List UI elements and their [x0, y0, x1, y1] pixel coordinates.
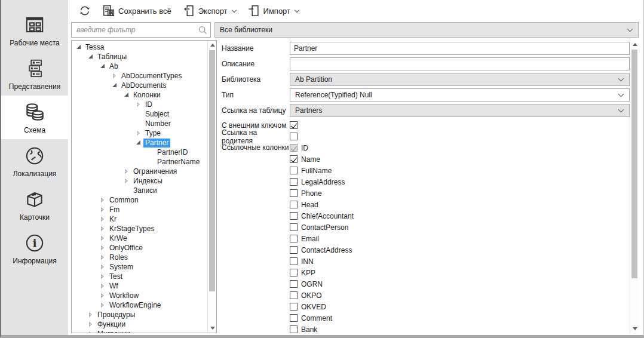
- tree-expander-icon[interactable]: [87, 53, 94, 60]
- checkbox[interactable]: [290, 167, 298, 174]
- parent-ref-checkbox[interactable]: [290, 133, 298, 140]
- tree-expander-icon[interactable]: [135, 130, 142, 137]
- ref-column-option[interactable]: Phone: [290, 188, 630, 199]
- tree-expander-icon[interactable]: [99, 273, 106, 280]
- tree-expander-icon[interactable]: [99, 263, 106, 271]
- library-selector[interactable]: Все библиотеки: [214, 22, 639, 38]
- name-input[interactable]: [290, 42, 630, 55]
- tree-item[interactable]: Колонки: [72, 90, 207, 100]
- export-button[interactable]: Экспорт: [177, 2, 241, 20]
- tree-item[interactable]: Workflow: [72, 291, 207, 300]
- tree-expander-icon[interactable]: [87, 311, 94, 318]
- ref-column-option[interactable]: Name: [290, 153, 630, 165]
- tree-expander-icon[interactable]: [135, 139, 142, 146]
- ref-column-option[interactable]: Head: [290, 199, 630, 210]
- scroll-down-icon[interactable]: [208, 324, 216, 333]
- tree-item[interactable]: Таблицы: [72, 52, 207, 62]
- checkbox[interactable]: [290, 144, 298, 152]
- tree-expander-icon[interactable]: [99, 282, 106, 290]
- tree-expander-icon[interactable]: [87, 330, 94, 333]
- checkbox[interactable]: [290, 212, 298, 220]
- checkbox[interactable]: [290, 201, 298, 208]
- ref-column-option[interactable]: KPP: [290, 267, 630, 278]
- tree-expander-icon[interactable]: [99, 244, 106, 251]
- tree-expander-icon[interactable]: [99, 206, 106, 213]
- tree-item[interactable]: Tessa: [72, 42, 207, 52]
- tree-item[interactable]: Test: [72, 272, 207, 281]
- ref-column-option[interactable]: FullName: [290, 165, 630, 176]
- filter-input[interactable]: [76, 26, 198, 34]
- tree-item[interactable]: Миграции: [72, 329, 207, 333]
- tree-item[interactable]: Wf: [72, 281, 207, 291]
- tree-expander-icon[interactable]: [99, 302, 106, 309]
- ref-column-option[interactable]: ID: [290, 142, 630, 153]
- ref-column-option[interactable]: OKVED: [290, 301, 630, 312]
- scrollbar-track[interactable]: [208, 50, 216, 324]
- tree-expander-icon[interactable]: [123, 91, 130, 99]
- tree-item[interactable]: PartnerID: [72, 148, 207, 157]
- scrollbar-thumb[interactable]: [209, 50, 215, 291]
- sidebar-item-information[interactable]: i Информация: [1, 226, 68, 270]
- ref-column-option[interactable]: ChiefAccountant: [290, 210, 630, 222]
- tree-expander-icon[interactable]: [99, 235, 106, 242]
- tree-item[interactable]: PartnerName: [72, 157, 207, 167]
- sidebar-item-localization[interactable]: Локализация: [1, 139, 68, 183]
- tree-expander-icon[interactable]: [147, 158, 154, 165]
- tree-expander-icon[interactable]: [99, 292, 106, 299]
- sidebar-item-views[interactable]: Представления: [1, 52, 68, 96]
- scroll-down-icon[interactable]: [630, 324, 639, 333]
- checkbox[interactable]: [290, 235, 298, 242]
- tree-item[interactable]: KrStageTypes: [72, 224, 207, 233]
- tree-item[interactable]: Записи: [72, 186, 207, 195]
- ref-column-option[interactable]: INN: [290, 256, 630, 267]
- tree-expander-icon[interactable]: [99, 63, 106, 70]
- tree-expander-icon[interactable]: [111, 72, 118, 79]
- checkbox[interactable]: [290, 291, 298, 299]
- checkbox[interactable]: [290, 303, 298, 311]
- sidebar-item-schema[interactable]: Схема: [1, 96, 68, 139]
- tree-expander-icon[interactable]: [99, 254, 106, 261]
- tree-item[interactable]: Partner: [72, 138, 207, 148]
- tree-item[interactable]: Kr: [72, 214, 207, 224]
- ref-table-select[interactable]: Partners: [290, 104, 630, 117]
- tree-expander-icon[interactable]: [135, 101, 142, 108]
- checkbox[interactable]: [290, 223, 298, 231]
- tree-expander-icon[interactable]: [99, 196, 106, 204]
- tree-expander-icon[interactable]: [75, 44, 82, 51]
- checkbox[interactable]: [290, 189, 298, 197]
- tree-expander-icon[interactable]: [123, 187, 130, 194]
- tree-item[interactable]: AbDocumentTypes: [72, 71, 207, 81]
- ref-column-option[interactable]: Email: [290, 233, 630, 244]
- ref-column-option[interactable]: ContactPerson: [290, 222, 630, 233]
- save-all-button[interactable]: Сохранить всё: [97, 2, 176, 20]
- tree-expander-icon[interactable]: [135, 120, 142, 127]
- tree-item[interactable]: Type: [72, 128, 207, 138]
- sidebar-item-cards[interactable]: Карточки: [1, 183, 68, 226]
- tree-item[interactable]: Subject: [72, 109, 207, 119]
- checkbox[interactable]: [290, 280, 298, 288]
- ref-column-option[interactable]: Bank: [290, 324, 630, 333]
- tree-expander-icon[interactable]: [99, 225, 106, 232]
- tree-item[interactable]: ID: [72, 100, 207, 109]
- tree-item[interactable]: AbDocuments: [72, 81, 207, 90]
- tree-item[interactable]: Процедуры: [72, 310, 207, 319]
- tree-item[interactable]: System: [72, 262, 207, 272]
- tree-expander-icon[interactable]: [111, 82, 118, 89]
- scroll-up-icon[interactable]: [208, 41, 216, 50]
- ref-column-option[interactable]: OGRN: [290, 278, 630, 290]
- ref-column-option[interactable]: OKPO: [290, 290, 630, 301]
- tree-item[interactable]: Индексы: [72, 176, 207, 186]
- tree-item[interactable]: Common: [72, 195, 207, 205]
- scrollbar-track[interactable]: [630, 49, 639, 324]
- tree-item[interactable]: Ab: [72, 62, 207, 71]
- checkbox[interactable]: [290, 314, 298, 322]
- tree-expander-icon[interactable]: [135, 110, 142, 118]
- foreign-key-checkbox[interactable]: [290, 121, 298, 129]
- description-input[interactable]: [290, 57, 630, 70]
- scroll-up-icon[interactable]: [630, 40, 639, 49]
- tree-expander-icon[interactable]: [147, 149, 154, 156]
- tree-item[interactable]: Number: [72, 119, 207, 128]
- type-select[interactable]: Reference(Typified) Null: [290, 88, 630, 102]
- form-scrollbar[interactable]: [630, 40, 639, 333]
- checkbox[interactable]: [290, 325, 298, 333]
